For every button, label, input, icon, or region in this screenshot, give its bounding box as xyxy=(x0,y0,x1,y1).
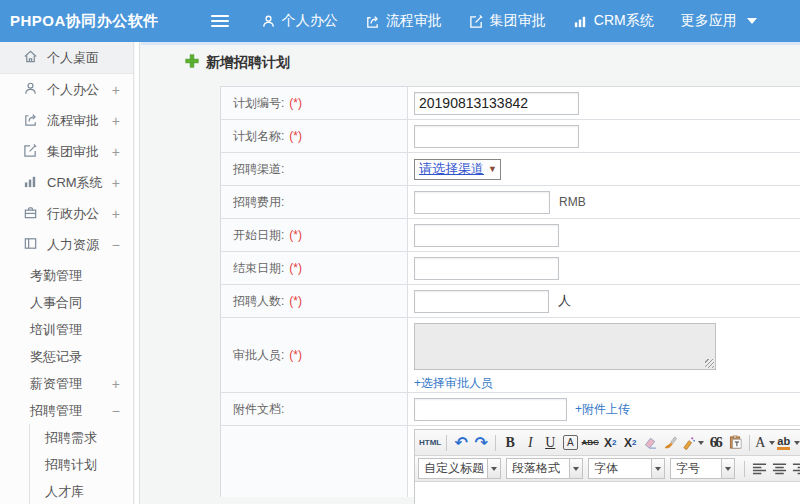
recruit-plan-form: 计划编号: (*) 计划名称: (*) 招聘 xyxy=(220,86,800,497)
sidebar-item-recruitment[interactable]: 招聘管理 − xyxy=(0,397,133,424)
sidebar-item-attendance[interactable]: 考勤管理 xyxy=(0,262,133,289)
sidebar-item-recruit-plan[interactable]: 招聘计划 xyxy=(30,451,133,478)
border-text-button[interactable]: A xyxy=(563,435,578,450)
field-label: 审批人员: xyxy=(233,347,284,364)
flow-icon xyxy=(365,14,380,29)
headcount-input[interactable] xyxy=(414,290,549,313)
caret-down-icon xyxy=(794,441,800,445)
align-right-icon[interactable] xyxy=(790,459,800,479)
sidebar-item-desktop[interactable]: 个人桌面 xyxy=(0,42,133,74)
sidebar-item-workflow-approval[interactable]: 流程审批 + xyxy=(0,105,133,136)
strikethrough-button[interactable]: ABC xyxy=(581,433,599,453)
field-label: 计划编号: xyxy=(233,95,284,112)
field-label: 开始日期: xyxy=(233,227,284,244)
field-label: 招聘人数: xyxy=(233,293,284,310)
chart-icon xyxy=(23,174,47,192)
sidebar-item-admin-office[interactable]: 行政办公 + xyxy=(0,198,133,229)
align-left-icon[interactable] xyxy=(750,459,768,479)
editor-content-area[interactable] xyxy=(415,482,800,504)
undo-button[interactable]: ↶ xyxy=(452,433,470,453)
sidebar-item-salary[interactable]: 薪资管理 + xyxy=(0,370,133,397)
expand-plus-icon[interactable]: + xyxy=(112,82,120,98)
sidebar-item-hr[interactable]: 人力资源 − xyxy=(0,229,133,260)
caret-down-icon xyxy=(488,458,501,479)
required-marker: (*) xyxy=(289,348,302,362)
attachment-upload-link[interactable]: +附件上传 xyxy=(575,401,630,418)
superscript-button[interactable]: X2 xyxy=(601,433,619,453)
required-marker: (*) xyxy=(289,294,302,308)
recruitment-submenu: 招聘需求 招聘计划 人才库 xyxy=(29,424,133,504)
channel-select[interactable]: 请选择渠道 ▼ xyxy=(414,159,501,180)
app-logo: PHPOA协同办公软件 xyxy=(0,12,159,31)
expand-plus-icon[interactable]: + xyxy=(112,175,120,191)
editor-toolbar-row2: 自定义标题 段落格式 字体 xyxy=(415,456,800,482)
expand-minus-icon[interactable]: − xyxy=(112,403,120,419)
textarea-resize-handle[interactable] xyxy=(705,359,714,368)
edit-icon xyxy=(469,14,484,29)
sidebar-item-recruit-demand[interactable]: 招聘需求 xyxy=(30,424,133,451)
nav-group-approval[interactable]: 集团审批 xyxy=(469,12,546,30)
sidebar-item-personal-office[interactable]: 个人办公 + xyxy=(0,74,133,105)
field-label: 附件文档: xyxy=(233,401,284,418)
hr-submenu: 考勤管理 人事合同 培训管理 奖惩记录 薪资管理 + 招聘管理 − 招聘需求 xyxy=(0,260,133,504)
font-size-dropdown[interactable]: 字号 xyxy=(670,458,735,479)
font-color-button[interactable]: A xyxy=(755,433,775,453)
required-marker: (*) xyxy=(289,261,302,275)
expand-plus-icon[interactable]: + xyxy=(112,113,120,129)
caret-down-icon xyxy=(652,458,665,479)
fee-input[interactable] xyxy=(414,191,550,214)
select-caret-icon: ▼ xyxy=(488,164,497,174)
nav-workflow-approval[interactable]: 流程审批 xyxy=(365,12,442,30)
main-content: 新增招聘计划 计划编号: (*) 计划名称: (*) xyxy=(141,42,800,504)
expand-plus-icon[interactable]: + xyxy=(112,206,120,222)
sidebar-scrollbar[interactable] xyxy=(135,42,140,504)
form-row-end-date: 结束日期: (*) xyxy=(221,252,800,285)
hamburger-menu-icon[interactable] xyxy=(211,12,229,30)
briefcase-icon xyxy=(23,205,47,223)
select-approver-link[interactable]: +选择审批人员 xyxy=(414,375,493,392)
blockquote-button[interactable]: 66 xyxy=(706,433,724,453)
expand-plus-icon[interactable]: + xyxy=(112,144,120,160)
attachment-input[interactable] xyxy=(414,398,567,421)
sidebar-item-rewards[interactable]: 奖惩记录 xyxy=(0,343,133,370)
format-painter-icon[interactable] xyxy=(681,433,704,453)
nav-crm-system[interactable]: CRM系统 xyxy=(573,12,654,30)
paste-icon[interactable] xyxy=(726,433,744,453)
top-header: PHPOA协同办公软件 个人办公 流程审批 xyxy=(0,0,800,42)
format-brush-icon[interactable] xyxy=(661,433,679,453)
sidebar-item-group-approval[interactable]: 集团审批 + xyxy=(0,136,133,167)
nav-personal-office[interactable]: 个人办公 xyxy=(261,12,338,30)
expand-plus-icon[interactable]: + xyxy=(112,376,120,392)
plan-number-input[interactable] xyxy=(414,92,579,115)
html-source-button[interactable]: HTML xyxy=(419,433,441,453)
eraser-icon[interactable] xyxy=(641,433,659,453)
plan-name-input[interactable] xyxy=(414,125,579,148)
nav-more-apps[interactable]: 更多应用 xyxy=(681,12,757,30)
edit-icon xyxy=(23,143,47,161)
align-center-icon[interactable] xyxy=(770,459,788,479)
highlight-color-button[interactable]: ab xyxy=(777,433,800,453)
subscript-button[interactable]: X2 xyxy=(621,433,639,453)
font-family-dropdown[interactable]: 字体 xyxy=(588,458,665,479)
sidebar-item-crm[interactable]: CRM系统 + xyxy=(0,167,133,198)
sidebar-item-talent-pool[interactable]: 人才库 xyxy=(30,478,133,504)
bold-button[interactable]: B xyxy=(501,433,519,453)
headcount-unit-label: 人 xyxy=(558,292,571,310)
sidebar-item-training[interactable]: 培训管理 xyxy=(0,316,133,343)
field-label: 结束日期: xyxy=(233,260,284,277)
custom-heading-dropdown[interactable]: 自定义标题 xyxy=(418,458,501,479)
start-date-input[interactable] xyxy=(414,224,559,247)
book-icon xyxy=(23,236,47,254)
redo-button[interactable]: ↷ xyxy=(472,433,490,453)
paragraph-format-dropdown[interactable]: 段落格式 xyxy=(506,458,583,479)
expand-minus-icon[interactable]: − xyxy=(112,237,120,253)
caret-down-icon xyxy=(747,18,757,24)
required-marker: (*) xyxy=(289,228,302,242)
approver-textarea[interactable] xyxy=(414,323,716,370)
top-nav: 个人办公 流程审批 集团审批 xyxy=(261,12,784,30)
end-date-input[interactable] xyxy=(414,257,559,280)
italic-button[interactable]: I xyxy=(521,433,539,453)
underline-button[interactable]: U xyxy=(541,433,559,453)
required-marker: (*) xyxy=(289,129,302,143)
sidebar-item-hr-contract[interactable]: 人事合同 xyxy=(0,289,133,316)
